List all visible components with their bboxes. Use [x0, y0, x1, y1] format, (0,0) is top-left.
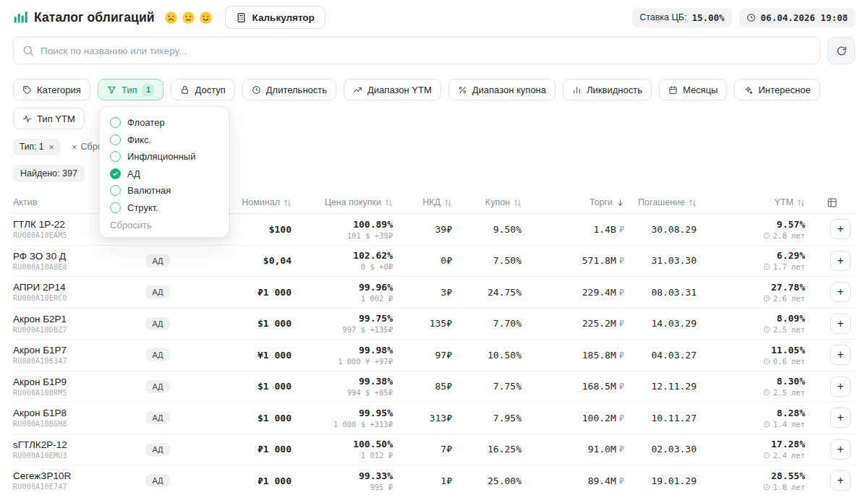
refresh-button[interactable]	[827, 37, 855, 64]
coupon-value: 9.50%	[452, 224, 522, 235]
volume-currency: ₽	[619, 319, 624, 329]
table-row[interactable]: СегежЗР10R RU000A10E747 АД ₽1 000 99.33%…	[13, 465, 855, 495]
table-row[interactable]: sГТЛК2Р-12 RU000A10EMU3 АД ₽1 000 100.50…	[13, 434, 855, 466]
volume-value: 225.2M	[582, 318, 616, 329]
asset-name[interactable]: Акрон Б1Р7	[13, 345, 125, 356]
table-row[interactable]: Акрон Б1Р8 RU000A10BGH8 АД $1 000 99.95%…	[13, 403, 855, 434]
add-to-calculator-button[interactable]: +	[830, 408, 851, 428]
filter-button[interactable]: Тип YTM	[13, 108, 85, 129]
radio-icon	[110, 134, 121, 145]
ytm-value: 8.28%	[777, 408, 805, 418]
remove-chip-icon[interactable]: ×	[48, 142, 54, 152]
datetime-badge: 06.04.2026 19:08	[739, 8, 855, 27]
asset-name[interactable]: АПРИ 2Р14	[13, 282, 125, 293]
add-to-calculator-button[interactable]: +	[830, 376, 851, 397]
add-to-calculator-button[interactable]: +	[830, 282, 851, 302]
filter-button[interactable]: Ликвидность	[563, 79, 652, 100]
add-to-calculator-button[interactable]: +	[830, 470, 851, 491]
table-row[interactable]: АПРИ 2Р14 RU000A10ERC0 АД ₽1 000 99.96% …	[13, 277, 855, 309]
table-row[interactable]: Акрон Б2Р1 RU000A10DBZ7 АД $1 000 99.75%…	[13, 309, 855, 340]
column-header[interactable]: НКД	[393, 197, 452, 207]
dropdown-option[interactable]: Фикс.	[110, 132, 218, 149]
radio-icon	[110, 151, 121, 162]
asset-isin: RU000A10DBZ7	[13, 326, 125, 334]
clock-icon	[763, 358, 770, 365]
asset-name[interactable]: СегежЗР10R	[13, 470, 125, 481]
neutral-face-icon[interactable]	[182, 11, 195, 25]
add-to-calculator-button[interactable]: +	[830, 251, 851, 271]
column-header[interactable]	[805, 197, 855, 208]
ytm-duration: 0.6 лет	[773, 357, 805, 366]
ytm-duration: 2.6 лет	[773, 294, 805, 303]
column-header[interactable]: Торги	[522, 197, 624, 207]
add-to-calculator-button[interactable]: +	[830, 439, 851, 460]
sort-icon	[689, 199, 697, 207]
nominal-value: $0,04	[190, 255, 292, 266]
filter-button[interactable]: Диапазон купона	[448, 79, 556, 100]
filter-button[interactable]: Месяцы	[659, 79, 728, 100]
coupon-value: 10.50%	[452, 350, 522, 361]
ytm-duration: 1.8 лет	[773, 483, 805, 491]
sort-icon	[385, 199, 393, 207]
ytm-value: 27.78%	[771, 282, 805, 293]
sad-face-icon[interactable]	[164, 11, 178, 25]
dropdown-option[interactable]: Флоатер	[110, 114, 218, 132]
price-detail: 995 ₽	[370, 483, 393, 491]
asset-name[interactable]: sГТЛК2Р-12	[13, 439, 125, 450]
dropdown-reset-button[interactable]: Сбросить	[110, 216, 218, 233]
asset-name[interactable]: Акрон Б1Р9	[13, 376, 125, 387]
table-row[interactable]: РФ ЗО 30 Д RU000A10A8E8 АД $0,04 102.62%…	[13, 246, 855, 277]
column-header[interactable]: Купон	[452, 197, 522, 207]
price-percent: 99.96%	[359, 282, 393, 293]
nominal-value: $1 000	[190, 381, 292, 392]
sort-icon	[284, 199, 292, 207]
ytm-value: 6.29%	[777, 250, 805, 261]
dropdown-option[interactable]: Структ.	[110, 199, 218, 217]
volume-value: 1.4B	[593, 224, 616, 235]
filter-button[interactable]: Длительность	[242, 79, 336, 100]
search-box[interactable]	[13, 37, 820, 64]
dropdown-option[interactable]: Валютная	[110, 182, 218, 199]
filter-button[interactable]: Диапазон YTM	[344, 79, 441, 100]
asset-name[interactable]: Акрон Б1Р8	[13, 408, 125, 418]
column-header[interactable]: YTM	[697, 197, 805, 207]
add-to-calculator-button[interactable]: +	[830, 314, 851, 334]
sort-icon	[444, 199, 452, 207]
dropdown-option[interactable]: Инфляционный	[110, 148, 218, 165]
column-header[interactable]: Погашение	[624, 197, 697, 207]
price-detail: 1 000 ¥ +97₽	[338, 357, 393, 366]
table-row[interactable]: Акрон Б1Р7 RU000A10B347 АД ¥1 000 99.98%…	[13, 340, 855, 371]
dropdown-option[interactable]: АД	[110, 165, 218, 183]
volume-value: 229.4M	[582, 287, 616, 298]
filter-button[interactable]: Тип 1	[98, 79, 164, 100]
table-row[interactable]: Акрон Б1Р9 RU000A10BRM5 АД $1 000 99.38%…	[13, 371, 855, 403]
add-to-calculator-button[interactable]: +	[830, 219, 851, 239]
page-title: Каталог облигаций	[34, 10, 155, 25]
filter-button[interactable]: Категория	[13, 79, 90, 100]
tag-icon	[22, 85, 32, 95]
calculator-button[interactable]: Калькулятор	[225, 6, 326, 29]
ytm-value: 11.05%	[771, 345, 805, 356]
asset-name[interactable]: Акрон Б2Р1	[13, 314, 125, 324]
clock-icon	[763, 483, 770, 491]
filter-button[interactable]: Доступ	[171, 79, 234, 100]
maturity-date: 08.03.31	[624, 287, 697, 298]
asset-name[interactable]: РФ ЗО 30 Д	[13, 251, 125, 262]
price-percent: 100.89%	[353, 219, 393, 230]
search-input[interactable]	[41, 46, 811, 56]
ytm-duration: 2.8 лет	[773, 231, 805, 240]
active-filter-chip[interactable]: Тип: 1 ×	[13, 139, 61, 155]
nkd-value: 3₽	[393, 287, 452, 298]
add-to-calculator-button[interactable]: +	[830, 345, 851, 365]
column-header[interactable]: Цена покупки	[292, 197, 393, 207]
calculator-label: Калькулятор	[252, 12, 315, 23]
filter-button[interactable]: Интересное	[734, 79, 820, 100]
smile-face-icon[interactable]	[199, 11, 213, 25]
nkd-value: 97₽	[393, 350, 452, 361]
price-percent: 99.75%	[359, 313, 393, 324]
ytm-value: 8.30%	[777, 376, 805, 387]
coupon-value: 24.75%	[452, 287, 522, 298]
type-badge: АД	[145, 411, 169, 424]
radio-checked-icon	[110, 168, 121, 179]
asset-isin: RU000A10E747	[13, 483, 125, 491]
